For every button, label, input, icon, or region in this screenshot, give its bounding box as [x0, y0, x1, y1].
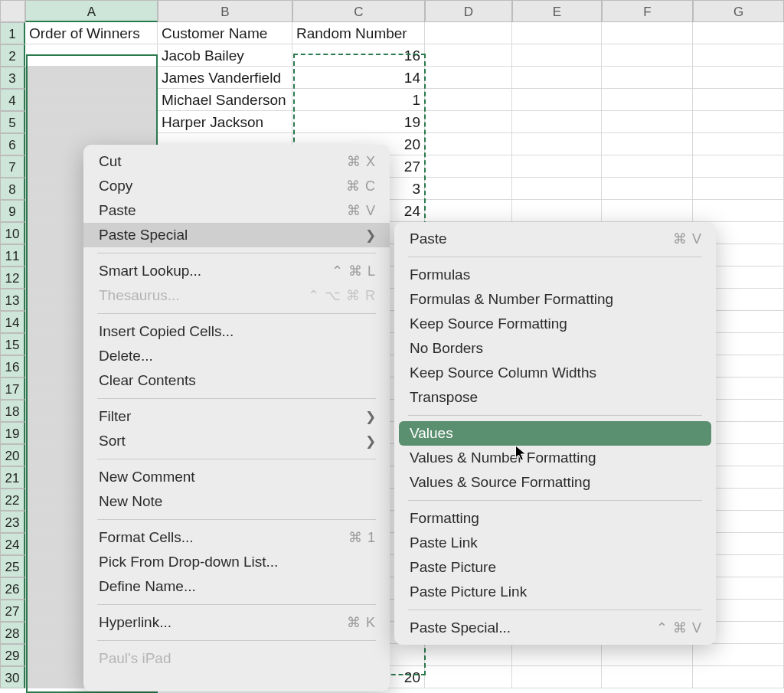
cell-d30[interactable]	[425, 666, 512, 688]
cell-a3[interactable]	[25, 67, 158, 89]
col-header-e[interactable]: E	[512, 0, 602, 22]
submenu-values[interactable]: Values	[399, 421, 711, 446]
cell-g8[interactable]	[693, 178, 784, 200]
menu-insert-copied[interactable]: Insert Copied Cells...	[83, 319, 390, 344]
menu-pick-dropdown[interactable]: Pick From Drop-down List...	[83, 550, 390, 574]
cell-e29[interactable]	[512, 644, 602, 666]
submenu-paste[interactable]: Paste ⌘ V	[394, 227, 716, 251]
cell-c5[interactable]: 19	[292, 111, 425, 133]
row-header-11[interactable]: 11	[0, 244, 25, 266]
cell-e8[interactable]	[512, 178, 602, 200]
row-header-25[interactable]: 25	[0, 555, 25, 577]
cell-d4[interactable]	[425, 89, 512, 111]
cell-b5[interactable]: Harper Jackson	[158, 111, 292, 133]
cell-d29[interactable]	[425, 644, 512, 666]
submenu-paste-picture-link[interactable]: Paste Picture Link	[394, 580, 716, 604]
cell-g2[interactable]	[693, 44, 784, 67]
submenu-formulas[interactable]: Formulas	[394, 263, 716, 287]
col-header-g[interactable]: G	[693, 0, 784, 22]
cell-f5[interactable]	[602, 111, 693, 133]
col-header-d[interactable]: D	[425, 0, 512, 22]
submenu-paste-picture[interactable]: Paste Picture	[394, 555, 716, 580]
col-header-f[interactable]: F	[602, 0, 693, 22]
menu-paste[interactable]: Paste ⌘ V	[83, 198, 390, 223]
row-header-12[interactable]: 12	[0, 266, 25, 289]
cell-b3[interactable]: James Vanderfield	[158, 67, 292, 89]
row-header-5[interactable]: 5	[0, 111, 25, 133]
cell-e5[interactable]	[512, 111, 602, 133]
menu-new-comment[interactable]: New Comment	[83, 465, 390, 489]
cell-g5[interactable]	[693, 111, 784, 133]
cell-d9[interactable]	[425, 200, 512, 222]
cell-d1[interactable]	[425, 22, 512, 44]
submenu-paste-link[interactable]: Paste Link	[394, 531, 716, 555]
submenu-transpose[interactable]: Transpose	[394, 385, 716, 410]
row-header-23[interactable]: 23	[0, 511, 25, 533]
cell-e1[interactable]	[512, 22, 602, 44]
row-header-3[interactable]: 3	[0, 67, 25, 89]
cell-a4[interactable]	[25, 89, 158, 111]
cell-g9[interactable]	[693, 200, 784, 222]
cell-c2[interactable]: 16	[292, 44, 425, 67]
cell-c3[interactable]: 14	[292, 67, 425, 89]
menu-cut[interactable]: Cut ⌘ X	[83, 149, 390, 174]
row-header-30[interactable]: 30	[0, 666, 25, 688]
cell-g7[interactable]	[693, 155, 784, 178]
row-header-14[interactable]: 14	[0, 311, 25, 333]
row-header-10[interactable]: 10	[0, 222, 25, 244]
col-header-b[interactable]: B	[158, 0, 292, 22]
cell-d7[interactable]	[425, 155, 512, 178]
row-header-2[interactable]: 2	[0, 44, 25, 67]
menu-copy[interactable]: Copy ⌘ C	[83, 174, 390, 198]
cell-f30[interactable]	[602, 666, 693, 688]
cell-e9[interactable]	[512, 200, 602, 222]
submenu-keep-widths[interactable]: Keep Source Column Widths	[394, 361, 716, 385]
row-header-17[interactable]: 17	[0, 378, 25, 400]
submenu-formatting[interactable]: Formatting	[394, 506, 716, 531]
row-header-9[interactable]: 9	[0, 200, 25, 222]
row-header-28[interactable]: 28	[0, 622, 25, 644]
row-header-13[interactable]: 13	[0, 289, 25, 311]
cell-f8[interactable]	[602, 178, 693, 200]
menu-smart-lookup[interactable]: Smart Lookup... ⌃ ⌘ L	[83, 259, 390, 283]
menu-hyperlink[interactable]: Hyperlink... ⌘ K	[83, 610, 390, 635]
row-header-29[interactable]: 29	[0, 644, 25, 666]
row-header-19[interactable]: 19	[0, 422, 25, 444]
cell-a2[interactable]	[25, 44, 158, 67]
row-header-21[interactable]: 21	[0, 466, 25, 489]
col-header-c[interactable]: C	[292, 0, 425, 22]
cell-a1[interactable]: Order of Winners	[25, 22, 158, 44]
cell-f3[interactable]	[602, 67, 693, 89]
cell-e2[interactable]	[512, 44, 602, 67]
row-header-26[interactable]: 26	[0, 577, 25, 600]
row-header-20[interactable]: 20	[0, 444, 25, 466]
row-header-8[interactable]: 8	[0, 178, 25, 200]
col-header-a[interactable]: A	[25, 0, 158, 22]
submenu-no-borders[interactable]: No Borders	[394, 336, 716, 361]
cell-g29[interactable]	[693, 644, 784, 666]
cell-d6[interactable]	[425, 133, 512, 155]
cell-b1[interactable]: Customer Name	[158, 22, 292, 44]
cell-f7[interactable]	[602, 155, 693, 178]
row-header-4[interactable]: 4	[0, 89, 25, 111]
cell-f2[interactable]	[602, 44, 693, 67]
cell-d5[interactable]	[425, 111, 512, 133]
row-header-18[interactable]: 18	[0, 400, 25, 422]
cell-f4[interactable]	[602, 89, 693, 111]
submenu-values-sf[interactable]: Values & Source Formatting	[394, 470, 716, 495]
select-all-corner[interactable]	[0, 0, 25, 22]
menu-new-note[interactable]: New Note	[83, 489, 390, 514]
cell-e30[interactable]	[512, 666, 602, 688]
cell-g1[interactable]	[693, 22, 784, 44]
submenu-paste-special-dialog[interactable]: Paste Special... ⌃ ⌘ V	[394, 616, 716, 640]
cell-g6[interactable]	[693, 133, 784, 155]
cell-f1[interactable]	[602, 22, 693, 44]
menu-filter[interactable]: Filter ❯	[83, 404, 390, 429]
cell-g4[interactable]	[693, 89, 784, 111]
menu-define-name[interactable]: Define Name...	[83, 574, 390, 599]
row-header-24[interactable]: 24	[0, 533, 25, 555]
row-header-16[interactable]: 16	[0, 355, 25, 378]
cell-d8[interactable]	[425, 178, 512, 200]
row-header-6[interactable]: 6	[0, 133, 25, 155]
menu-sort[interactable]: Sort ❯	[83, 429, 390, 453]
